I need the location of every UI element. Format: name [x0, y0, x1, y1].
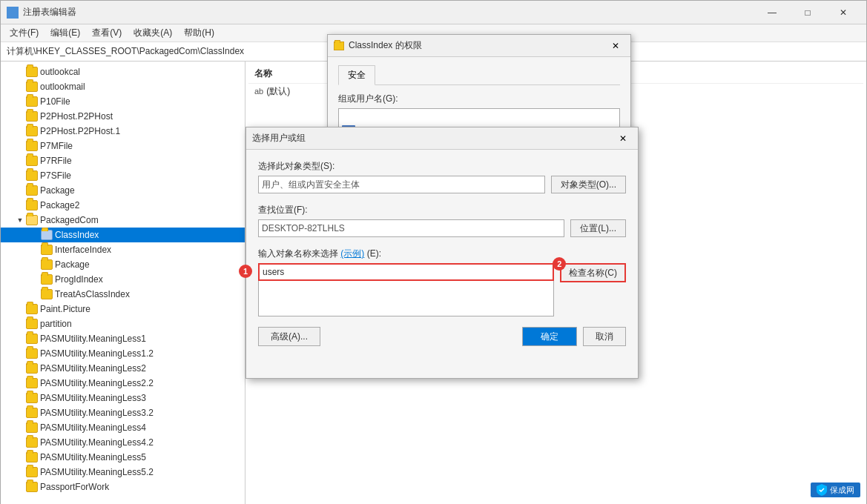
select-user-dialog[interactable]: 选择用户或组 ✕ 选择此对象类型(S): 对象类型(O)... 查找位置(F):…	[245, 127, 639, 379]
menu-favorites[interactable]: 收藏夹(A)	[128, 25, 178, 41]
tree-label: Package	[55, 259, 90, 270]
search-input-container: 1	[258, 263, 554, 316]
tree-item-outlookmail[interactable]: outlookmail	[1, 79, 245, 94]
tree-item-pasm32[interactable]: PASMUtility.MeaningLess3.2	[1, 405, 245, 420]
tree-item-p2phost1[interactable]: P2PHost.P2PHost.1	[1, 124, 245, 139]
arrow-icon	[16, 438, 24, 447]
tree-label: Paint.Picture	[40, 304, 90, 314]
tree-item-package[interactable]: Package	[1, 183, 245, 198]
tree-item-packagedcom[interactable]: ▼ PackagedCom	[1, 213, 245, 228]
tree-item-pasm5[interactable]: PASMUtility.MeaningLess5	[1, 450, 245, 465]
object-type-button[interactable]: 对象类型(O)...	[551, 176, 626, 193]
close-button[interactable]: ✕	[826, 1, 860, 24]
select-user-title-bar: 选择用户或组 ✕	[246, 127, 638, 150]
svg-rect-3	[13, 13, 17, 17]
object-type-input[interactable]	[258, 176, 545, 193]
tree-item-p10file[interactable]: P10File	[1, 94, 245, 109]
minimize-button[interactable]: —	[755, 1, 789, 24]
tree-label: P7MFile	[40, 141, 73, 151]
permissions-close-button[interactable]: ✕	[607, 38, 624, 54]
tree-item-p7mfile[interactable]: P7MFile	[1, 139, 245, 153]
folder-icon	[26, 334, 38, 344]
object-type-row: 对象类型(O)...	[258, 176, 626, 193]
folder-icon	[26, 482, 38, 492]
maximize-button[interactable]: □	[791, 1, 825, 24]
arrow-icon	[16, 186, 24, 195]
folder-icon-open	[26, 215, 38, 225]
menu-help[interactable]: 帮助(H)	[178, 25, 220, 41]
tree-panel[interactable]: outlookcal outlookmail P10File P2PHost.P…	[1, 62, 245, 504]
select-user-close-button[interactable]: ✕	[614, 130, 632, 147]
select-user-ok-button[interactable]: 确定	[522, 327, 577, 346]
location-input[interactable]	[258, 219, 564, 237]
arrow-icon	[30, 260, 39, 269]
arrow-icon	[16, 483, 24, 491]
menu-view[interactable]: 查看(V)	[86, 25, 128, 41]
tree-label: PASMUtility.MeaningLess2.2	[40, 378, 154, 388]
arrow-icon	[16, 408, 24, 417]
example-link[interactable]: (示例)	[340, 248, 364, 259]
permissions-title-text: ClassIndex 的权限	[349, 39, 607, 52]
search-name-input[interactable]	[258, 263, 554, 281]
folder-icon	[41, 289, 53, 299]
tree-item-pasm12[interactable]: PASMUtility.MeaningLess1.2	[1, 346, 245, 361]
registry-editor-window: 注册表编辑器 — □ ✕ 文件(F) 编辑(E) 查看(V) 收藏夹(A) 帮助…	[0, 0, 867, 504]
tree-item-package2[interactable]: Package2	[1, 198, 245, 213]
tree-item-p2phost[interactable]: P2PHost.P2PHost	[1, 109, 245, 124]
tree-label: PASMUtility.MeaningLess4	[40, 422, 146, 433]
tree-item-progidindex[interactable]: ProgIdIndex	[1, 272, 245, 287]
tree-label: ClassIndex	[55, 230, 99, 240]
tree-item-outlookcal[interactable]: outlookcal	[1, 64, 245, 79]
arrow-icon	[16, 112, 24, 121]
advanced-button[interactable]: 高级(A)...	[258, 327, 320, 346]
tree-item-pasm22[interactable]: PASMUtility.MeaningLess2.2	[1, 376, 245, 391]
tab-security[interactable]: 安全	[338, 65, 375, 85]
tree-item-pasm4[interactable]: PASMUtility.MeaningLess4	[1, 420, 245, 435]
folder-icon	[26, 437, 38, 448]
check-name-button[interactable]: 检查名称(C)	[560, 263, 626, 282]
folder-icon	[26, 126, 38, 136]
tree-item-package-sub[interactable]: Package	[1, 257, 245, 272]
location-button[interactable]: 位置(L)...	[570, 219, 626, 237]
folder-icon	[26, 467, 38, 477]
arrow-icon	[30, 231, 39, 239]
tree-label: Package	[40, 185, 75, 196]
tree-item-pasm42[interactable]: PASMUtility.MeaningLess4.2	[1, 435, 245, 450]
tree-label: InterfaceIndex	[55, 245, 111, 255]
menu-edit[interactable]: 编辑(E)	[44, 25, 86, 41]
tree-label: PASMUtility.MeaningLess1.2	[40, 348, 154, 359]
tree-item-pasm52[interactable]: PASMUtility.MeaningLess5.2	[1, 465, 245, 480]
main-title-bar: 注册表编辑器 — □ ✕	[1, 1, 866, 24]
folder-icon	[41, 274, 53, 285]
tree-label: PassportForWork	[40, 482, 109, 492]
tree-item-pasm2[interactable]: PASMUtility.MeaningLess2	[1, 361, 245, 376]
tree-item-classindex[interactable]: ClassIndex	[1, 228, 245, 242]
tree-item-passportforwork[interactable]: PassportForWork	[1, 480, 245, 494]
dialog-button-row: 高级(A)... 确定 取消	[258, 327, 626, 346]
arrow-icon	[16, 67, 24, 76]
select-user-cancel-button[interactable]: 取消	[583, 327, 626, 346]
folder-icon	[26, 422, 38, 433]
ok-cancel-row: 确定 取消	[522, 327, 626, 346]
menu-file[interactable]: 文件(F)	[4, 25, 44, 41]
watermark-text: 保成网	[830, 485, 854, 496]
svg-rect-1	[13, 8, 17, 12]
arrow-icon	[16, 394, 24, 402]
title-controls: — □ ✕	[755, 1, 860, 24]
address-path: 计算机\HKEY_CLASSES_ROOT\PackagedCom\ClassI…	[7, 45, 244, 58]
enter-object-label: 输入对象名称来选择 (示例) (E):	[258, 248, 626, 260]
tree-item-paintpicture[interactable]: Paint.Picture	[1, 302, 245, 316]
tree-item-partition[interactable]: partition	[1, 316, 245, 331]
arrow-icon	[16, 171, 24, 180]
folder-icon	[26, 200, 38, 210]
tree-item-p7sfile[interactable]: P7SFile	[1, 168, 245, 183]
tree-item-pasm3[interactable]: PASMUtility.MeaningLess3	[1, 391, 245, 405]
arrow-icon	[16, 156, 24, 165]
tree-item-interfaceindex[interactable]: InterfaceIndex	[1, 242, 245, 257]
select-user-title-text: 选择用户或组	[252, 132, 614, 145]
tree-item-pasm1[interactable]: PASMUtility.MeaningLess1	[1, 331, 245, 346]
location-row: 位置(L)...	[258, 219, 626, 237]
tree-item-treatasclassindex[interactable]: TreatAsClassIndex	[1, 287, 245, 302]
folder-icon	[26, 408, 38, 418]
tree-item-p7rfile[interactable]: P7RFile	[1, 153, 245, 168]
